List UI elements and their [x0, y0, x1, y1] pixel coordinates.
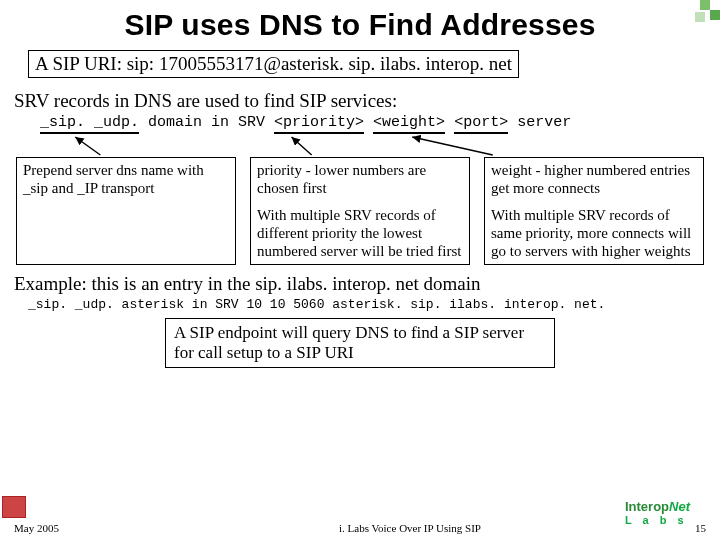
sip-uri-box: A SIP URI: sip: 17005553171@asterisk. si…: [28, 50, 519, 78]
svg-rect-1: [710, 10, 720, 20]
footer-page-number: 15: [666, 522, 706, 534]
svg-rect-2: [695, 12, 705, 22]
col-prepend: Prepend server dns name with _sip and _I…: [16, 157, 236, 265]
srv-seg-weight: <weight>: [373, 114, 445, 131]
srv-seg-priority: <priority>: [274, 114, 364, 131]
col-priority: priority - lower numbers are chosen firs…: [250, 157, 470, 265]
srv-template: _sip. _udp. domain in SRV <priority> <we…: [40, 114, 704, 131]
svg-line-4: [292, 137, 312, 155]
svg-line-3: [75, 137, 100, 155]
corner-logo: [680, 0, 720, 40]
example-intro: Example: this is an entry in the sip. il…: [14, 273, 704, 295]
footer-title: i. Labs Voice Over IP Using SIP: [154, 522, 666, 534]
example-record: _sip. _udp. asterisk in SRV 10 10 5060 a…: [28, 297, 704, 312]
svg-line-5: [412, 137, 492, 155]
footer-date: May 2005: [14, 522, 154, 534]
summary-box: A SIP endpoint will query DNS to find a …: [165, 318, 555, 367]
explanation-columns: Prepend server dns name with _sip and _I…: [16, 157, 704, 265]
srv-intro-text: SRV records in DNS are used to find SIP …: [14, 90, 704, 112]
srv-seg-port: <port>: [454, 114, 508, 131]
slide-footer: May 2005 i. Labs Voice Over IP Using SIP…: [0, 522, 720, 534]
svg-rect-0: [700, 0, 710, 10]
arrow-diagram: [40, 135, 704, 157]
slide-title: SIP uses DNS to Find Addresses: [0, 0, 720, 48]
missing-image-stub: [2, 496, 26, 518]
srv-seg-sipudp: _sip. _udp.: [40, 114, 139, 131]
col-weight: weight - higher numbered entries get mor…: [484, 157, 704, 265]
